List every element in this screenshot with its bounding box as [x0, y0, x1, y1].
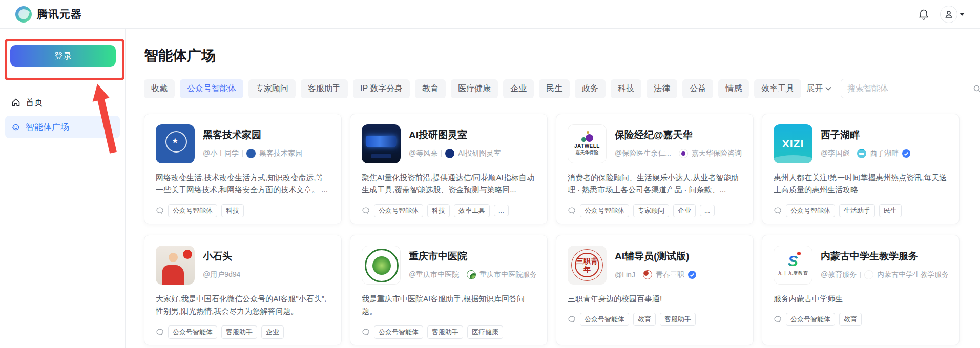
search-icon[interactable]: [973, 84, 980, 93]
tag-chip[interactable]: 生活助手: [839, 204, 875, 217]
filter-tab-1[interactable]: 公众号智能体: [180, 79, 243, 98]
agent-description: 聚焦AI量化投资前沿,提供通达信/同花顺AI指标自动生成工具,覆盖智能选股、资金…: [362, 171, 536, 197]
tag-chip[interactable]: 公众号智能体: [786, 313, 835, 326]
tag-chip[interactable]: 公众号智能体: [580, 313, 629, 326]
agent-card[interactable]: AI投研图灵室 @等风来 AI投研图灵室 聚焦AI量化投资前沿,提供通达信/同花…: [350, 114, 548, 224]
agent-author-line: @李国彪 西子湖畔: [821, 149, 910, 158]
filter-tab-2[interactable]: 专家顾问: [248, 79, 296, 98]
filter-tab-0[interactable]: 收藏: [144, 79, 175, 98]
agent-author: @LinJ: [615, 271, 635, 279]
tag-chip[interactable]: 公众号智能体: [374, 204, 423, 217]
brand-name: 腾讯元器: [37, 7, 82, 21]
agent-source: 内蒙古中学生教学服务平台: [877, 270, 948, 279]
tag-chip[interactable]: 公众号智能体: [168, 204, 217, 217]
agent-card[interactable]: 三职青年 AI辅导员(测试版) @LinJ 青春三职 三职青年身边的校园: [556, 235, 754, 345]
agent-card[interactable]: 重庆市中医院 @重庆市中医院 重庆市中医院服务号 我是重庆市中医院AI客服助手,…: [350, 235, 548, 345]
user-avatar-icon: [940, 6, 957, 23]
tag-chip[interactable]: 客服助手: [221, 325, 257, 339]
expand-label: 展开: [806, 83, 823, 94]
agent-author: @小王同学: [203, 149, 239, 158]
agent-source: 嘉天华保险咨询: [692, 149, 742, 158]
source-avatar-icon: [467, 270, 476, 279]
home-icon: [11, 98, 20, 107]
divider: [242, 150, 243, 157]
tag-chip[interactable]: 教育: [633, 313, 656, 326]
more-tags-chip[interactable]: ...: [494, 205, 509, 216]
agent-title: 保险经纪@嘉天华: [615, 128, 742, 142]
agent-card[interactable]: 小石头 @用户9d94 大家好,我是中国石化微信公众号的AI客服"小石头",性别…: [144, 235, 342, 345]
avatar-brand-text: JATWELL: [574, 143, 600, 149]
agent-avatar: [156, 246, 195, 285]
sidebar-item-agent-plaza[interactable]: 智能体广场: [5, 116, 120, 138]
filter-tab-10[interactable]: 科技: [611, 79, 641, 98]
tag-chip[interactable]: 企业: [673, 204, 696, 217]
agent-author-line: @LinJ 青春三职: [615, 270, 696, 279]
tag-chip[interactable]: 医疗健康: [467, 325, 503, 339]
sidebar-nav: 首页 智能体广场: [0, 91, 125, 138]
divider: [639, 272, 639, 278]
filter-tab-13[interactable]: 情感: [718, 79, 749, 98]
agent-description: 服务内蒙古中学师生: [774, 293, 948, 305]
tag-chip[interactable]: 教育: [839, 313, 862, 326]
filter-tab-6[interactable]: 医疗健康: [451, 79, 498, 98]
agent-author: @教育服务: [821, 270, 857, 279]
speech-bubble-icon: [362, 207, 370, 215]
chevron-down-icon: [825, 86, 831, 91]
agent-description: 消费者的保险顾问、生活娱乐小达人,从业者智能助理 · 熟悉市场上各公司各渠道产品…: [568, 171, 742, 197]
app-logo-icon: [15, 6, 32, 23]
more-tags-chip[interactable]: ...: [700, 205, 715, 216]
agent-tags: 公众号智能体客服助手企业: [156, 325, 330, 339]
agent-source: 西子湖畔: [870, 149, 899, 158]
agent-avatar: [156, 124, 195, 163]
filter-tab-8[interactable]: 民生: [539, 79, 570, 98]
filter-tab-5[interactable]: 教育: [415, 79, 446, 98]
robot-icon: [11, 122, 20, 132]
tag-chip[interactable]: 专家顾问: [633, 204, 669, 217]
tag-chip[interactable]: 企业: [261, 325, 284, 339]
tag-chip[interactable]: 科技: [221, 204, 244, 217]
agent-avatar: S 九十九度教育: [774, 246, 812, 285]
tag-chip[interactable]: 客服助手: [660, 313, 696, 326]
agent-avatar: [362, 124, 401, 163]
agent-title: 黑客技术家园: [203, 128, 302, 142]
filter-tab-11[interactable]: 法律: [647, 79, 677, 98]
search-box[interactable]: [841, 79, 980, 98]
tag-chip[interactable]: 公众号智能体: [580, 204, 629, 217]
filter-tab-7[interactable]: 企业: [503, 79, 534, 98]
filter-tab-3[interactable]: 客服助手: [301, 79, 348, 98]
agent-author: @保险医生余仁...: [615, 149, 671, 158]
login-button[interactable]: 登录: [10, 45, 116, 67]
agent-card[interactable]: 黑客技术家园 @小王同学 黑客技术家园 网络改变生活,技术改变生活方式,知识改变…: [144, 114, 342, 224]
tag-chip[interactable]: 客服助手: [427, 325, 463, 339]
expand-toggle[interactable]: 展开: [806, 83, 831, 94]
tag-chip[interactable]: 公众号智能体: [168, 325, 217, 339]
sidebar-item-home[interactable]: 首页: [0, 91, 125, 114]
source-avatar-icon: [857, 149, 866, 158]
agent-source: AI投研图灵室: [458, 149, 501, 158]
tag-chip[interactable]: 公众号智能体: [786, 204, 835, 217]
tag-chip[interactable]: 效率工具: [454, 204, 490, 217]
tag-chip[interactable]: 公众号智能体: [374, 325, 423, 339]
agent-avatar: JATWELL 嘉天华保险: [568, 124, 607, 163]
tag-chip[interactable]: 科技: [427, 204, 450, 217]
notification-bell-icon[interactable]: [919, 9, 929, 20]
filter-tab-4[interactable]: IP 数字分身: [353, 79, 410, 98]
agent-card[interactable]: S 九十九度教育 内蒙古中学生教学服务 @教育服务 内蒙古中学生教学服务平台: [762, 235, 960, 345]
agent-tags: 公众号智能体专家顾问企业...: [568, 204, 742, 217]
avatar-sub-text: 九十九度教育: [778, 270, 808, 277]
agent-title: 重庆市中医院: [409, 250, 536, 263]
filter-tab-12[interactable]: 公益: [682, 79, 713, 98]
agent-card[interactable]: JATWELL 嘉天华保险 保险经纪@嘉天华 @保险医生余仁... 嘉天华保险咨…: [556, 114, 754, 224]
user-menu[interactable]: [940, 6, 965, 23]
divider: [463, 272, 463, 278]
filter-tab-9[interactable]: 政务: [575, 79, 606, 98]
divider: [675, 150, 675, 157]
tag-chip[interactable]: 民生: [879, 204, 902, 217]
avatar-text: XIZI: [782, 138, 804, 150]
brand[interactable]: 腾讯元器: [15, 6, 82, 23]
search-input[interactable]: [847, 84, 973, 93]
source-avatar-icon: [445, 149, 454, 158]
filter-tab-14[interactable]: 效率工具: [754, 79, 801, 98]
agent-author-line: @保险医生余仁... 嘉天华保险咨询: [615, 149, 742, 158]
agent-card[interactable]: XIZI 西子湖畔 @李国彪 西子湖畔 惠州人都在关注!第一时间掌握惠州: [762, 114, 960, 224]
